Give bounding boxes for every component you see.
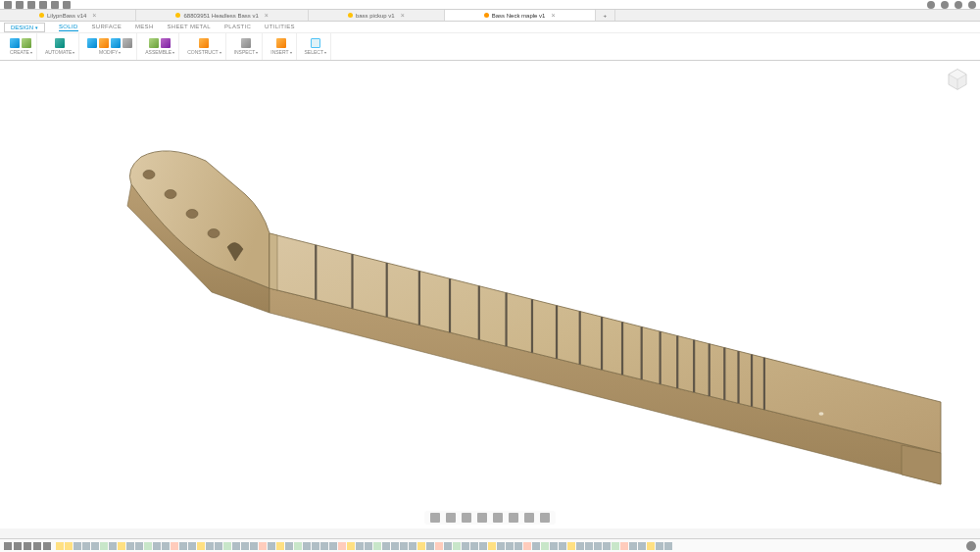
prev-icon[interactable] bbox=[14, 542, 22, 550]
timeline-feature[interactable] bbox=[285, 542, 293, 550]
timeline-feature[interactable] bbox=[435, 542, 443, 550]
timeline-feature[interactable] bbox=[629, 542, 637, 550]
tool-icon[interactable] bbox=[241, 38, 251, 48]
document-tab[interactable]: bass pickup v1× bbox=[309, 10, 445, 21]
document-tab[interactable]: LilypnBass v14× bbox=[0, 10, 136, 21]
workspace-switcher[interactable]: DESIGN▾ bbox=[4, 23, 45, 32]
timeline-feature[interactable] bbox=[373, 542, 381, 550]
timeline-feature[interactable] bbox=[135, 542, 143, 550]
timeline-feature[interactable] bbox=[109, 542, 117, 550]
ribbon-tab-plastic[interactable]: PLASTIC bbox=[224, 24, 251, 31]
undo-icon[interactable] bbox=[39, 1, 47, 9]
snap-icon[interactable] bbox=[540, 513, 550, 523]
timeline-feature[interactable] bbox=[470, 542, 478, 550]
menu-icon[interactable] bbox=[63, 1, 71, 9]
timeline-feature[interactable] bbox=[532, 542, 540, 550]
timeline-feature[interactable] bbox=[153, 542, 161, 550]
tool-icon[interactable] bbox=[99, 38, 109, 48]
timeline-feature[interactable] bbox=[82, 542, 90, 550]
group-label[interactable]: MODIFY bbox=[99, 49, 121, 55]
timeline-feature[interactable] bbox=[391, 542, 399, 550]
timeline-feature[interactable] bbox=[232, 542, 240, 550]
timeline-feature[interactable] bbox=[479, 542, 487, 550]
timeline-feature[interactable] bbox=[215, 542, 222, 550]
group-label[interactable]: ASSEMBLE bbox=[145, 49, 174, 55]
timeline-feature[interactable] bbox=[506, 542, 514, 550]
close-icon[interactable]: × bbox=[551, 12, 555, 19]
ribbon-tab-mesh[interactable]: MESH bbox=[135, 24, 154, 31]
first-icon[interactable] bbox=[4, 542, 12, 550]
next-icon[interactable] bbox=[33, 542, 41, 550]
tool-icon[interactable] bbox=[87, 38, 97, 48]
orbit-icon[interactable] bbox=[430, 513, 440, 523]
timeline-feature[interactable] bbox=[338, 542, 346, 550]
timeline-feature[interactable] bbox=[100, 542, 108, 550]
save-icon[interactable] bbox=[27, 1, 35, 9]
timeline-feature[interactable] bbox=[171, 542, 178, 550]
timeline-feature[interactable] bbox=[585, 542, 593, 550]
timeline-feature[interactable] bbox=[426, 542, 434, 550]
tool-icon[interactable] bbox=[122, 38, 132, 48]
timeline-feature[interactable] bbox=[347, 542, 355, 550]
file-icon[interactable] bbox=[16, 1, 24, 9]
timeline-feature[interactable] bbox=[559, 542, 566, 550]
notif-icon[interactable] bbox=[941, 1, 949, 9]
timeline-feature[interactable] bbox=[56, 542, 64, 550]
timeline-feature[interactable] bbox=[647, 542, 655, 550]
timeline-feature[interactable] bbox=[497, 542, 505, 550]
timeline-feature[interactable] bbox=[417, 542, 425, 550]
group-label[interactable]: INSPECT bbox=[234, 49, 259, 55]
close-icon[interactable]: × bbox=[265, 12, 269, 19]
timeline-feature[interactable] bbox=[223, 542, 231, 550]
view-cube[interactable] bbox=[945, 67, 970, 92]
user-icon[interactable] bbox=[955, 1, 962, 9]
tool-icon[interactable] bbox=[22, 38, 31, 48]
timeline-feature[interactable] bbox=[382, 542, 390, 550]
timeline-feature[interactable] bbox=[303, 542, 311, 550]
pan-icon[interactable] bbox=[462, 513, 471, 523]
redo-icon[interactable] bbox=[51, 1, 59, 9]
ribbon-tab-utilities[interactable]: UTILITIES bbox=[265, 24, 295, 31]
tool-icon[interactable] bbox=[149, 38, 159, 48]
tool-icon[interactable] bbox=[311, 38, 320, 48]
timeline-feature[interactable] bbox=[488, 542, 496, 550]
tool-icon[interactable] bbox=[199, 38, 209, 48]
last-icon[interactable] bbox=[43, 542, 51, 550]
group-label[interactable]: AUTOMATE bbox=[45, 49, 74, 55]
timeline-feature[interactable] bbox=[197, 542, 205, 550]
timeline-feature[interactable] bbox=[294, 542, 302, 550]
ext-icon[interactable] bbox=[927, 1, 935, 9]
tool-icon[interactable] bbox=[10, 38, 20, 48]
timeline-feature[interactable] bbox=[329, 542, 337, 550]
timeline-feature[interactable] bbox=[91, 542, 99, 550]
model-bass-neck[interactable] bbox=[118, 139, 951, 512]
play-icon[interactable] bbox=[24, 542, 31, 550]
new-tab-button[interactable]: + bbox=[596, 10, 616, 21]
tool-icon[interactable] bbox=[161, 38, 171, 48]
display-icon[interactable] bbox=[509, 513, 518, 523]
timeline-feature[interactable] bbox=[365, 542, 372, 550]
timeline-feature[interactable] bbox=[576, 542, 584, 550]
timeline-feature[interactable] bbox=[523, 542, 531, 550]
timeline-feature[interactable] bbox=[594, 542, 602, 550]
timeline-feature[interactable] bbox=[444, 542, 452, 550]
timeline-feature[interactable] bbox=[74, 542, 81, 550]
timeline-feature[interactable] bbox=[603, 542, 611, 550]
grid-icon[interactable] bbox=[4, 1, 12, 9]
group-label[interactable]: INSERT bbox=[270, 49, 291, 55]
timeline-feature[interactable] bbox=[550, 542, 558, 550]
timeline-settings-icon[interactable] bbox=[966, 541, 976, 551]
timeline-feature[interactable] bbox=[259, 542, 267, 550]
timeline-feature[interactable] bbox=[400, 542, 408, 550]
fit-icon[interactable] bbox=[493, 513, 503, 523]
timeline-feature[interactable] bbox=[206, 542, 214, 550]
timeline-feature[interactable] bbox=[126, 542, 134, 550]
timeline-feature[interactable] bbox=[144, 542, 152, 550]
timeline-feature[interactable] bbox=[638, 542, 646, 550]
group-label[interactable]: CREATE bbox=[10, 49, 32, 55]
timeline-feature[interactable] bbox=[118, 542, 125, 550]
ribbon-tab-sheet-metal[interactable]: SHEET METAL bbox=[168, 24, 211, 31]
timeline-feature[interactable] bbox=[453, 542, 461, 550]
timeline-feature[interactable] bbox=[620, 542, 628, 550]
timeline-feature[interactable] bbox=[462, 542, 469, 550]
